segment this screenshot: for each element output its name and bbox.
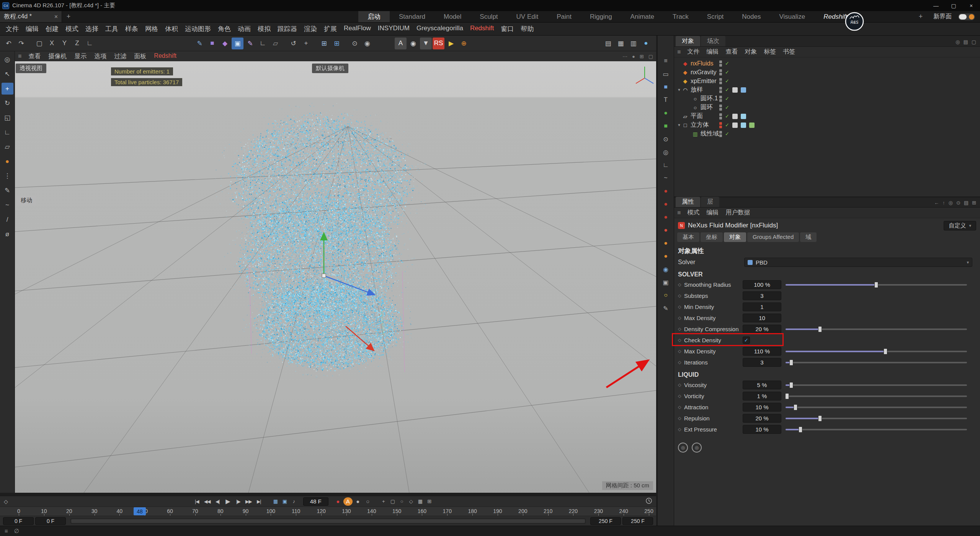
autokey-bar-toggle-icon[interactable]: ▣ — [280, 497, 289, 506]
plane-primitive-icon[interactable]: ▭ — [660, 69, 671, 79]
param-slider[interactable] — [786, 407, 967, 408]
param-slider[interactable] — [786, 362, 967, 363]
redo-icon[interactable]: ↷ — [15, 38, 27, 49]
next-key-button[interactable]: ▶▶ — [243, 497, 254, 506]
render-visibility-dot[interactable] — [719, 82, 722, 84]
nexus-badge-icon-1[interactable]: ◎ — [678, 443, 688, 453]
smooth-tool-icon[interactable]: ~ — [2, 199, 13, 211]
record-button[interactable]: ● — [333, 497, 343, 506]
object-item-线性域[interactable]: ▥线性域✓ — [674, 129, 980, 138]
nexus-node-icon-2[interactable]: ■ — [660, 121, 671, 131]
nexus-node-icon-1[interactable]: ● — [660, 108, 671, 118]
sphere-tool-icon[interactable]: ● — [2, 155, 13, 167]
visibility-dots[interactable] — [719, 131, 722, 137]
param-value-field[interactable]: 1 % — [743, 392, 781, 400]
enabled-check-icon[interactable]: ✓ — [725, 96, 729, 101]
layout-tab-Track[interactable]: Track — [663, 11, 698, 22]
xparticles-icon-2[interactable]: ● — [660, 251, 671, 261]
menu-item-网格[interactable]: 网格 — [142, 25, 162, 33]
param-value-field[interactable]: 10 % — [743, 425, 781, 434]
slider-handle[interactable] — [818, 415, 822, 422]
coordinate-system-icon[interactable]: ∟ — [84, 38, 96, 49]
param-value-field[interactable]: 100 % — [743, 280, 781, 289]
attr-category-tab-坐标[interactable]: 坐标 — [701, 232, 723, 242]
attr-tab-层[interactable]: 层 — [701, 197, 719, 207]
param-key-icon[interactable]: ◇ — [678, 338, 684, 343]
layout-monitor-icon-3[interactable]: ▥ — [627, 38, 639, 49]
attr-category-tab-基本[interactable]: 基本 — [677, 232, 699, 242]
om-menu-文件[interactable]: 文件 — [684, 48, 703, 56]
param-slider[interactable] — [786, 284, 967, 286]
attr-category-tab-域[interactable]: 域 — [800, 232, 817, 242]
render-visibility-dot[interactable] — [719, 73, 722, 75]
play-button[interactable]: ▶ — [223, 497, 233, 506]
tag-icon-2[interactable] — [741, 114, 746, 119]
om-lock-icon[interactable]: ▢ — [972, 39, 976, 45]
param-value-field[interactable]: 3 — [743, 358, 781, 367]
viewport-burger-icon[interactable]: ≡ — [18, 53, 21, 60]
menu-item-样条[interactable]: 样条 — [122, 25, 142, 33]
pla-key-icon[interactable]: ▦ — [416, 497, 425, 506]
om-menu-查看[interactable]: 查看 — [722, 48, 741, 56]
render-visibility-dot[interactable] — [719, 90, 722, 93]
menu-item-文件[interactable]: 文件 — [2, 25, 22, 33]
undo-icon[interactable]: ↶ — [3, 38, 15, 49]
expand-toggle[interactable]: ▾ — [676, 87, 682, 92]
camera-label[interactable]: 默认摄像机 — [312, 64, 348, 73]
gear-icon[interactable]: ⊙ — [660, 134, 671, 144]
add-document-tab-button[interactable]: + — [62, 11, 75, 22]
camera-icon[interactable]: ▣ — [660, 277, 671, 288]
view-label[interactable]: 透视视图 — [16, 64, 46, 73]
ui-theme-toggle[interactable] — [958, 13, 975, 21]
render-visibility-dot[interactable] — [719, 64, 722, 67]
tag-icon-1[interactable] — [732, 87, 738, 93]
menu-item-工具[interactable]: 工具 — [102, 25, 122, 33]
viewport-menu-选项[interactable]: 选项 — [90, 52, 110, 60]
render-visibility-dot[interactable] — [719, 108, 722, 111]
document-tab-close-icon[interactable]: × — [54, 13, 58, 20]
sound-icon[interactable]: ♪ — [289, 497, 299, 506]
param-slider[interactable] — [786, 429, 967, 430]
slider-handle[interactable] — [794, 404, 797, 410]
render-view-icon[interactable]: A — [395, 38, 407, 49]
parameter-key-icon[interactable]: ◇ — [407, 497, 416, 506]
param-key-icon[interactable]: ◇ — [678, 293, 684, 298]
editor-visibility-dot[interactable] — [719, 69, 722, 72]
param-value-field[interactable]: 1 — [743, 302, 781, 311]
autokey-button[interactable]: A — [343, 497, 353, 506]
object-item-nxGravity[interactable]: ◆nxGravity✓ — [674, 68, 980, 77]
preview-range-track[interactable] — [70, 518, 586, 524]
spline-pen-icon[interactable]: ✎ — [194, 38, 206, 49]
axis-x-toggle[interactable]: X — [46, 38, 58, 49]
pencil-icon[interactable]: ✎ — [660, 303, 671, 314]
layout-tab-Sculpt[interactable]: Sculpt — [470, 11, 507, 22]
solver-dropdown[interactable]: PBD ▾ — [744, 258, 972, 267]
visibility-dots[interactable] — [719, 122, 722, 128]
menu-item-模拟[interactable]: 模拟 — [254, 25, 274, 33]
rs-material-icon-3[interactable]: ● — [660, 212, 671, 222]
menu-item-跟踪器[interactable]: 跟踪器 — [274, 25, 301, 33]
compass-icon[interactable]: ◎ — [660, 147, 671, 157]
object-item-圆环[interactable]: ○圆环✓ — [674, 103, 980, 112]
rotate-tool-icon[interactable]: ↻ — [2, 97, 13, 109]
prev-frame-button[interactable]: ◀| — [212, 497, 223, 506]
visibility-dots[interactable] — [719, 78, 722, 84]
editor-visibility-dot[interactable] — [719, 78, 722, 81]
knife-tool-icon[interactable]: / — [2, 214, 13, 226]
selection-filter-icon[interactable]: ▢ — [33, 38, 45, 49]
layout-tab-Rigging[interactable]: Rigging — [581, 11, 621, 22]
param-value-field[interactable]: 20 % — [743, 414, 781, 423]
menu-item-模式[interactable]: 模式 — [62, 25, 82, 33]
editor-visibility-dot[interactable] — [719, 113, 722, 116]
range-end-field-2[interactable]: 250 F — [622, 517, 653, 525]
layout-tab-Animate[interactable]: Animate — [621, 11, 663, 22]
attr-menu-模式[interactable]: 模式 — [684, 209, 703, 217]
status-circle-icon[interactable]: ∅ — [14, 528, 19, 534]
enabled-check-icon[interactable]: ✓ — [725, 78, 729, 84]
go-to-end-button[interactable]: ▶| — [254, 497, 264, 506]
preview-range-bar[interactable] — [71, 519, 585, 523]
corner-icon[interactable]: ∟ — [660, 160, 671, 170]
slider-handle[interactable] — [799, 427, 802, 433]
simulation-settings-icon[interactable]: ⊙ — [349, 38, 361, 49]
project-settings-icon[interactable]: ◉ — [361, 38, 373, 49]
